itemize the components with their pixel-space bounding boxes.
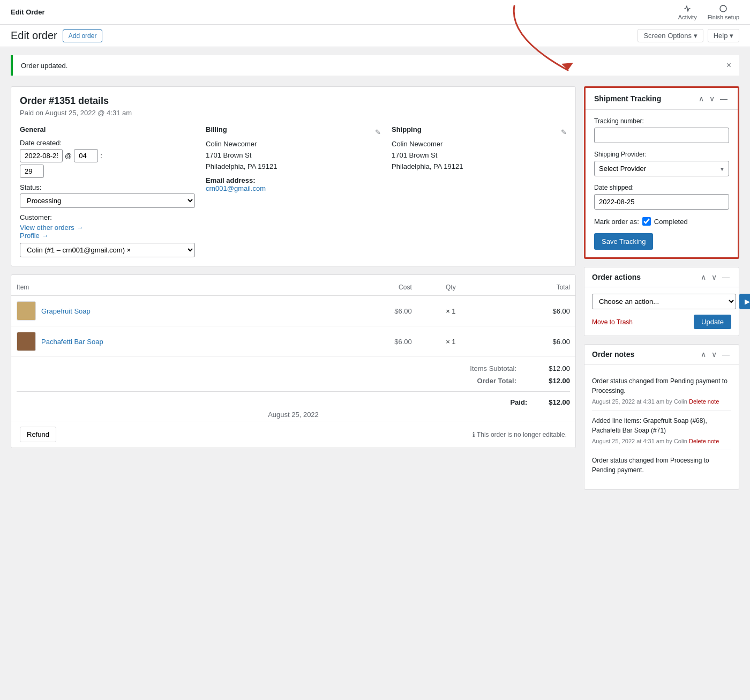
action-go-button[interactable]: ▶ [739, 294, 750, 309]
completed-label: Completed [654, 218, 688, 226]
order-actions-body: Choose an action... Email invoice / orde… [584, 287, 739, 336]
order-actions-up[interactable]: ∧ [699, 273, 708, 281]
status-select[interactable]: Processing [20, 193, 195, 208]
order-total-value: $12.00 [538, 377, 570, 385]
shipment-tracking-body: Tracking number: Shipping Provider: Sele… [586, 110, 738, 257]
date-row: @ : [20, 149, 195, 162]
shipment-tracking-header: Shipment Tracking ∧ ∨ — [586, 88, 738, 110]
order-notes-up[interactable]: ∧ [699, 350, 708, 359]
order-updated-notice: Order updated. × [11, 55, 739, 76]
admin-bar-title: Edit Order [11, 8, 45, 16]
finish-setup-label: Finish setup [708, 14, 739, 20]
subtotal-row: Items Subtotal: $12.00 [11, 362, 575, 375]
right-column: Shipment Tracking ∧ ∨ — Tracking number:… [584, 86, 739, 498]
panel-collapse-button[interactable]: — [718, 94, 729, 103]
status-label: Status: [20, 183, 195, 191]
items-body: Item Cost Qty Total Grapefruit Soap [11, 279, 575, 448]
paid-value: $12.00 [549, 398, 570, 406]
billing-email-label: Email address: [206, 176, 256, 184]
panel-down-button[interactable]: ∨ [708, 94, 716, 103]
screen-options-area: Screen Options ▾ Help ▾ [638, 29, 739, 42]
product-link-2[interactable]: Pachafetti Bar Soap [41, 338, 103, 346]
shipping-provider-select[interactable]: Select Provider UPS FedEx USPS DHL [594, 161, 729, 176]
profile-link[interactable]: Profile → [20, 232, 48, 240]
billing-edit-icon[interactable]: ✎ [375, 128, 381, 136]
left-column: Order #1351 details Paid on August 25, 2… [11, 86, 576, 456]
col-total: Total [484, 279, 575, 296]
cost-cell-1: $6.00 [326, 296, 417, 326]
finish-setup-icon [719, 4, 728, 13]
product-thumb-2 [17, 332, 36, 351]
order-notes-collapse[interactable]: — [721, 350, 731, 359]
shipping-provider-field: Shipping Provider: Select Provider UPS F… [594, 151, 729, 176]
delete-note-2[interactable]: Delete note [689, 438, 719, 444]
help-button[interactable]: Help ▾ [708, 29, 739, 42]
order-title: Order #1351 details [20, 95, 567, 107]
time-hour-input[interactable] [74, 149, 98, 162]
order-notes-card: Order notes ∧ ∨ — Order status changed f… [584, 344, 739, 490]
notice-text: Order updated. [21, 62, 68, 70]
svg-point-0 [720, 5, 726, 12]
order-notes-down[interactable]: ∨ [710, 350, 718, 359]
completed-checkbox[interactable] [642, 217, 651, 226]
mark-order-label: Mark order as: [594, 218, 639, 226]
order-actions-down[interactable]: ∨ [710, 273, 718, 281]
paid-date: August 25, 2022 [11, 408, 575, 421]
note-text-2: Added line items: Grapefruit Soap (#68),… [592, 416, 731, 435]
subtotal-value: $12.00 [538, 364, 570, 373]
shipment-tracking-card: Shipment Tracking ∧ ∨ — Tracking number:… [584, 86, 739, 259]
item-cell-1: Grapefruit Soap [11, 296, 326, 326]
time-min-input[interactable] [20, 165, 44, 178]
notice-close-button[interactable]: × [726, 61, 731, 70]
shipping-address: Colin Newcomer 1701 Brown St Philadelphi… [392, 139, 567, 172]
mark-complete-row: Mark order as: Completed [594, 217, 729, 226]
shipping-address1: 1701 Brown St [392, 151, 437, 159]
product-link-1[interactable]: Grapefruit Soap [41, 307, 91, 315]
update-button[interactable]: Update [694, 315, 731, 329]
order-notes-controls: ∧ ∨ — [699, 350, 731, 359]
non-editable-notice: ℹ This order is no longer editable. [472, 431, 567, 438]
page-title-area: Edit order Add order [11, 29, 102, 42]
billing-address1: 1701 Brown St [206, 151, 251, 159]
refund-button[interactable]: Refund [20, 427, 56, 442]
order-actions-collapse[interactable]: — [721, 273, 731, 281]
save-tracking-button[interactable]: Save Tracking [594, 233, 653, 250]
shipping-edit-icon[interactable]: ✎ [561, 128, 567, 136]
qty-cell-1: × 1 [417, 296, 484, 326]
view-other-orders-link[interactable]: View other orders → [20, 224, 83, 232]
billing-city: Philadelphia, PA 19121 [206, 162, 277, 170]
screen-options-button[interactable]: Screen Options ▾ [638, 29, 703, 42]
note-text-1: Order status changed from Pending paymen… [592, 376, 731, 396]
admin-bar: Edit Order Activity Finish setup [0, 0, 750, 25]
activity-button[interactable]: Activity [678, 4, 697, 20]
finish-setup-button[interactable]: Finish setup [708, 4, 739, 20]
table-row: Pachafetti Bar Soap $6.00 × 1 $6.00 [11, 326, 575, 357]
list-item: Order status changed from Pending paymen… [592, 371, 731, 411]
tracking-number-input[interactable] [594, 128, 729, 143]
shipping-provider-wrapper: Select Provider UPS FedEx USPS DHL [594, 161, 729, 176]
sub-header: Edit order Add order Screen Options ▾ He… [0, 25, 750, 47]
action-select[interactable]: Choose an action... Email invoice / orde… [592, 294, 736, 309]
add-order-button[interactable]: Add order [63, 29, 103, 42]
customer-select-row: Colin (#1 – crn001@gmail.com) × [20, 243, 195, 257]
item-cell-2: Pachafetti Bar Soap [11, 326, 326, 357]
items-card-footer: Refund ℹ This order is no longer editabl… [11, 421, 575, 448]
general-section-title: General [20, 125, 195, 133]
move-to-trash-link[interactable]: Move to Trash [592, 318, 633, 326]
date-created-input[interactable] [20, 149, 63, 162]
order-subtitle: Paid on August 25, 2022 @ 4:31 am [20, 109, 567, 117]
date-shipped-label: Date shipped: [594, 184, 729, 191]
date-shipped-input[interactable] [594, 194, 729, 210]
panel-up-button[interactable]: ∧ [697, 94, 706, 103]
order-details-card: Order #1351 details Paid on August 25, 2… [11, 86, 576, 266]
order-total-row: Order Total: $12.00 [11, 375, 575, 387]
totals-divider [17, 391, 570, 392]
note-meta-2: August 25, 2022 at 4:31 am by Colin Dele… [592, 438, 731, 444]
billing-email-link[interactable]: crn001@gmail.com [206, 184, 266, 192]
shipping-city: Philadelphia, PA 19121 [392, 162, 463, 170]
items-table: Item Cost Qty Total Grapefruit Soap [11, 279, 575, 357]
customer-select[interactable]: Colin (#1 – crn001@gmail.com) × [20, 243, 195, 257]
order-actions-header: Order actions ∧ ∨ — [584, 267, 739, 287]
delete-note-1[interactable]: Delete note [689, 398, 719, 405]
activity-icon [683, 4, 692, 13]
